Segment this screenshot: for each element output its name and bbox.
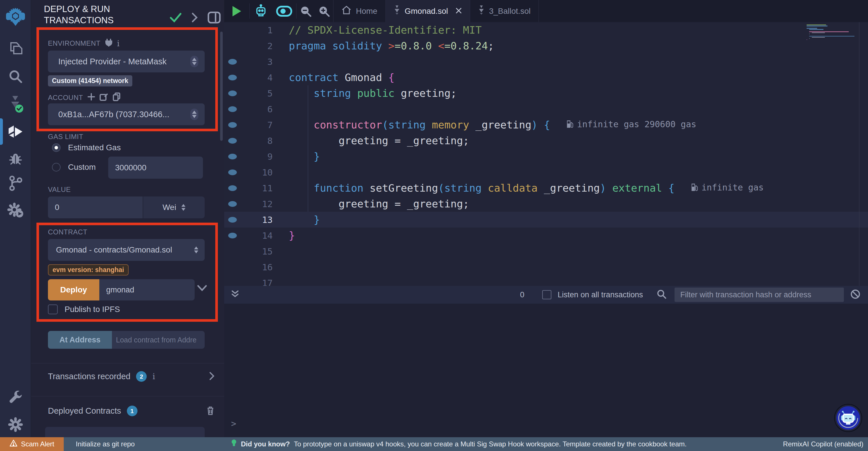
remix-ai-assistant-button[interactable]	[835, 405, 861, 431]
settings-gear-icon[interactable]	[0, 417, 31, 432]
value-input[interactable]	[48, 196, 143, 218]
gutter-dot-icon[interactable]	[228, 217, 237, 223]
file-explorer-icon[interactable]	[0, 40, 31, 56]
editor-tabbar: Home Gmonad.sol 3_Ballot.sol	[224, 0, 868, 22]
code-line[interactable]: 4contract Gmonad {	[224, 69, 868, 85]
code-editor[interactable]: 1// SPDX-License-Identifier: MIT2pragma …	[224, 22, 868, 286]
code-line[interactable]: 14}	[224, 227, 868, 243]
code-line[interactable]: 6	[224, 101, 868, 117]
panel-forward-icon[interactable]	[191, 12, 198, 24]
value-unit-select[interactable]: Wei	[143, 196, 205, 218]
plugin-manager-icon[interactable]	[0, 202, 31, 219]
custom-gas-radio-row[interactable]: Custom	[52, 163, 96, 172]
git-icon[interactable]	[0, 175, 31, 191]
code-line[interactable]: 11 function setGreeting(string calldata …	[224, 180, 868, 196]
estimated-gas-radio-row[interactable]: Estimated Gas	[52, 143, 121, 152]
tools-wrench-icon[interactable]	[0, 389, 31, 405]
listen-transactions-checkbox[interactable]	[542, 290, 551, 299]
gutter-dot-icon[interactable]	[228, 154, 237, 160]
plug-icon[interactable]	[105, 38, 113, 48]
copy-account-icon[interactable]	[113, 92, 120, 103]
code-line[interactable]: 15	[224, 243, 868, 259]
zoom-in-icon[interactable]	[315, 0, 333, 22]
transactions-recorded-row[interactable]: Transactions recorded 2 i	[48, 371, 214, 382]
git-init-button[interactable]: Initialize as git repo	[76, 440, 135, 448]
gutter-dot-icon[interactable]	[228, 169, 237, 175]
line-number: 1	[237, 25, 273, 35]
account-select[interactable]: 0xB1a...AF67b (7037.30466...	[48, 104, 205, 125]
collapse-terminal-icon[interactable]	[231, 290, 239, 300]
environment-select[interactable]: Injected Provider - MetaMask	[48, 51, 205, 73]
transactions-expand-icon[interactable]	[209, 372, 214, 382]
run-script-icon[interactable]	[224, 0, 249, 22]
at-address-input[interactable]	[112, 331, 205, 349]
gutter-dot-icon[interactable]	[228, 122, 237, 128]
gutter-dot-icon[interactable]	[228, 233, 237, 238]
copilot-status[interactable]: RemixAI Copilot (enabled)	[783, 440, 863, 448]
gutter-dot-icon[interactable]	[228, 59, 237, 65]
zoom-out-icon[interactable]	[297, 0, 315, 22]
deployed-contract-item[interactable]	[45, 427, 205, 437]
gutter-dot-icon[interactable]	[228, 106, 237, 112]
code-line[interactable]: 10	[224, 164, 868, 180]
deploy-button[interactable]: Deploy	[48, 279, 99, 301]
search-icon[interactable]	[0, 68, 31, 84]
at-address-button[interactable]: At Address	[48, 331, 112, 349]
gutter-dot-icon[interactable]	[228, 90, 237, 96]
publish-ipfs-checkbox[interactable]	[48, 305, 58, 314]
code-line[interactable]: 2pragma solidity >=0.8.0 <=0.8.24;	[224, 38, 868, 54]
code-line[interactable]: 1// SPDX-License-Identifier: MIT	[224, 22, 868, 38]
code-line[interactable]: 12 greeting = _greeting;	[224, 196, 868, 212]
close-tab-icon[interactable]	[456, 7, 462, 16]
minimap-line	[809, 29, 824, 30]
minimap-line	[809, 36, 855, 37]
transactions-info-icon[interactable]: i	[152, 372, 155, 381]
tab-3-ballot-sol[interactable]: 3_Ballot.sol	[470, 0, 539, 22]
solidity-compiler-icon[interactable]	[0, 95, 31, 113]
code-line[interactable]: 9 }	[224, 148, 868, 164]
add-account-icon[interactable]	[88, 93, 95, 102]
panel-scrollbar[interactable]	[220, 32, 223, 141]
code-line[interactable]: 16	[224, 259, 868, 275]
line-number: 11	[237, 183, 273, 193]
tab-home[interactable]: Home	[333, 0, 386, 22]
deploy-expand-chevron-icon[interactable]	[197, 285, 207, 292]
gutter-dot-icon[interactable]	[228, 138, 237, 144]
custom-gas-input[interactable]	[108, 157, 203, 179]
gutter-dot-icon[interactable]	[228, 201, 237, 207]
environment-info-icon[interactable]: i	[117, 39, 120, 48]
code-line[interactable]: 8 greeting = _greeting;	[224, 133, 868, 148]
code-line[interactable]: 13 }	[224, 212, 868, 227]
unit-spinner-icon	[181, 204, 185, 211]
gutter-dot-icon[interactable]	[228, 75, 237, 80]
minimap[interactable]	[807, 24, 858, 44]
remix-logo-icon[interactable]	[0, 7, 31, 27]
terminal-output[interactable]: >	[224, 304, 868, 437]
code-line[interactable]: 17	[224, 275, 868, 286]
edit-account-icon[interactable]	[100, 93, 108, 103]
debugger-icon[interactable]	[0, 150, 31, 167]
contract-section-label: CONTRACT	[48, 228, 87, 236]
gutter-dot-icon[interactable]	[228, 185, 237, 191]
custom-gas-radio[interactable]	[52, 163, 61, 171]
scam-alert-button[interactable]: Scam Alert	[0, 437, 64, 451]
deploy-and-run-icon[interactable]	[0, 123, 31, 140]
code-line[interactable]: 5 string public greeting;	[224, 85, 868, 101]
ai-robot-icon[interactable]	[250, 0, 272, 22]
minimap-line	[812, 32, 825, 33]
estimated-gas-radio[interactable]	[52, 143, 61, 152]
deploy-param-input[interactable]	[99, 279, 195, 301]
copilot-toggle-icon[interactable]	[272, 0, 296, 22]
deploy-run-panel: DEPLOY & RUN TRANSACTIONS ENVIRONMENT i …	[31, 0, 224, 437]
tab-gmonad-sol[interactable]: Gmonad.sol	[386, 0, 470, 22]
code-line[interactable]: 7 constructor(string memory _greeting) {…	[224, 117, 868, 133]
code-line[interactable]: 3	[224, 54, 868, 69]
terminal-search-icon[interactable]	[657, 289, 666, 300]
transaction-filter-input[interactable]	[675, 287, 844, 302]
clear-console-icon[interactable]	[850, 289, 861, 301]
contract-select[interactable]: Gmonad - contracts/Gmonad.sol	[48, 239, 205, 261]
trash-icon[interactable]	[206, 406, 214, 416]
publish-ipfs-row[interactable]: Publish to IPFS	[48, 305, 120, 314]
pin-panel-icon[interactable]	[208, 11, 221, 25]
terminal-toolbar: 0 Listen on all transactions	[224, 286, 868, 304]
